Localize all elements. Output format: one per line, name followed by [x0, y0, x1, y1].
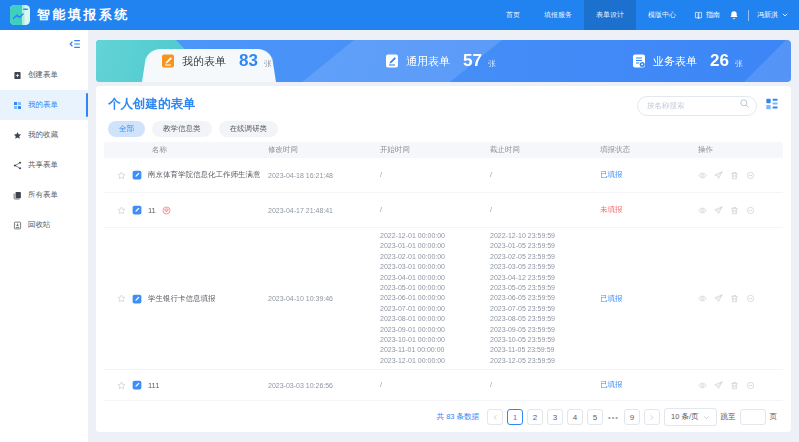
form-name[interactable]: 11: [148, 206, 156, 215]
view-icon[interactable]: [698, 294, 707, 303]
category-tabs: 全部教学信息类在线调研类: [96, 114, 791, 142]
nav-item-1[interactable]: 填报服务: [532, 0, 584, 30]
create-form-icon: [13, 71, 22, 80]
page-ellipsis[interactable]: •••: [608, 413, 619, 422]
end-time: 2023-07-05 23:59:59: [490, 304, 600, 314]
row-actions: [698, 206, 783, 215]
delete-icon[interactable]: [730, 294, 739, 303]
star-icon[interactable]: [117, 171, 126, 180]
sidebar-item-3[interactable]: 共享表单: [0, 150, 88, 180]
stat-business-forms[interactable]: 业务表单 26 张: [631, 40, 742, 82]
row-actions: [698, 294, 783, 303]
end-time: 2023-05-05 23:59:59: [490, 283, 600, 293]
page-button-9[interactable]: 9: [624, 409, 640, 425]
form-name[interactable]: 南京体育学院信息化工作师生满意度...: [148, 170, 260, 180]
chevron-right-icon: [648, 414, 655, 421]
guide-link[interactable]: 指南: [694, 10, 720, 20]
start-time: 2023-06-01 00:00:00: [380, 293, 490, 303]
end-time: 2023-01-05 23:59:59: [490, 241, 600, 251]
status-cell: 已填报: [600, 380, 698, 390]
business-forms-stat-icon: [631, 53, 647, 69]
jump-suffix: 页: [770, 412, 778, 422]
form-name[interactable]: 学生银行卡信息填报: [148, 294, 216, 304]
page-button-4[interactable]: 4: [567, 409, 583, 425]
start-time: /: [380, 169, 490, 181]
delete-icon[interactable]: [730, 206, 739, 215]
view-toggle-icon[interactable]: [765, 97, 779, 111]
page-size-select[interactable]: 10 条/页: [664, 408, 717, 426]
topbar-right: 指南 冯新淇: [688, 10, 789, 21]
tab-1[interactable]: 教学信息类: [152, 121, 212, 137]
column-header-5: 操作: [698, 145, 783, 155]
stat-unit: 张: [735, 59, 743, 69]
sidebar: 创建表单我的表单我的收藏共享表单所有表单回收站: [0, 30, 88, 442]
start-time: 2023-04-01 00:00:00: [380, 273, 490, 283]
end-time: 2023-02-05 23:59:59: [490, 252, 600, 262]
delete-icon[interactable]: [730, 171, 739, 180]
view-icon[interactable]: [698, 381, 707, 390]
end-time: /: [490, 204, 600, 216]
start-time-cell: /: [380, 204, 490, 216]
star-icon[interactable]: [117, 206, 126, 215]
view-icon[interactable]: [698, 206, 707, 215]
start-time: 2023-11-01 00:00:00: [380, 345, 490, 355]
page-button-3[interactable]: 3: [547, 409, 563, 425]
search-icon[interactable]: [739, 98, 750, 109]
start-time-cell: 2022-12-01 00:00:002023-01-01 00:00:0020…: [380, 231, 490, 366]
stat-unit: 张: [488, 59, 496, 69]
form-name[interactable]: 111: [148, 381, 159, 390]
end-time: 2023-03-05 23:59:59: [490, 262, 600, 272]
send-icon[interactable]: [714, 294, 723, 303]
username: 冯新淇: [757, 10, 778, 20]
sidebar-item-0[interactable]: 创建表单: [0, 60, 88, 90]
nav-item-3[interactable]: 模版中心: [636, 0, 688, 30]
disable-icon[interactable]: [746, 171, 755, 180]
app-title: 智能填报系统: [37, 6, 130, 24]
start-time: 2022-12-01 00:00:00: [380, 231, 490, 241]
modified-time: 2023-03-03 10:26:56: [268, 382, 380, 389]
sidebar-item-4[interactable]: 所有表单: [0, 180, 88, 210]
star-icon[interactable]: [117, 381, 126, 390]
disable-icon[interactable]: [746, 381, 755, 390]
delete-icon[interactable]: [730, 381, 739, 390]
forms-panel: 个人创建的表单 全部教学信息类在线调研类 名称修改时间开始时间截止时间填报状态操…: [96, 86, 791, 432]
jump-page-input[interactable]: [740, 409, 766, 425]
send-icon[interactable]: [714, 381, 723, 390]
sidebar-item-label: 共享表单: [28, 160, 58, 170]
book-icon: [694, 11, 703, 20]
end-time: /: [490, 169, 600, 181]
prev-page-button[interactable]: [487, 409, 503, 425]
next-page-button[interactable]: [644, 409, 660, 425]
send-icon[interactable]: [714, 206, 723, 215]
start-time: 2023-10-01 00:00:00: [380, 335, 490, 345]
sidebar-item-5[interactable]: 回收站: [0, 210, 88, 240]
start-time: 2023-09-01 00:00:00: [380, 325, 490, 335]
status-cell: 已填报: [600, 294, 698, 304]
nav-item-2[interactable]: 表单设计: [584, 0, 636, 30]
page-button-2[interactable]: 2: [527, 409, 543, 425]
view-icon[interactable]: [698, 171, 707, 180]
nav-item-0[interactable]: 首页: [494, 0, 532, 30]
panel-header-right: [637, 94, 779, 114]
disable-icon[interactable]: [746, 206, 755, 215]
notification-bell-icon[interactable]: [729, 10, 739, 20]
table-row: 1112023-03-03 10:26:56//已填报: [104, 370, 783, 401]
tab-0[interactable]: 全部: [108, 121, 145, 137]
sidebar-collapse-icon[interactable]: [69, 38, 81, 50]
tab-2[interactable]: 在线调研类: [219, 121, 279, 137]
star-icon[interactable]: [117, 294, 126, 303]
page-button-5[interactable]: 5: [587, 409, 603, 425]
sidebar-item-2[interactable]: 我的收藏: [0, 120, 88, 150]
user-menu[interactable]: 冯新淇: [757, 10, 789, 20]
disable-icon[interactable]: [746, 294, 755, 303]
stat-general-forms[interactable]: 通用表单 57 张: [384, 40, 495, 82]
general-forms-stat-icon: [384, 53, 400, 69]
end-time: 2023-11-05 23:59:59: [490, 345, 600, 355]
favorites-icon: [13, 131, 22, 140]
send-icon[interactable]: [714, 171, 723, 180]
brand: 智能填报系统: [10, 5, 130, 25]
stat-my-forms[interactable]: 我的表单 83 张: [160, 40, 271, 82]
page-button-1[interactable]: 1: [507, 409, 523, 425]
sidebar-item-label: 我的收藏: [28, 130, 58, 140]
sidebar-item-1[interactable]: 我的表单: [0, 90, 88, 120]
